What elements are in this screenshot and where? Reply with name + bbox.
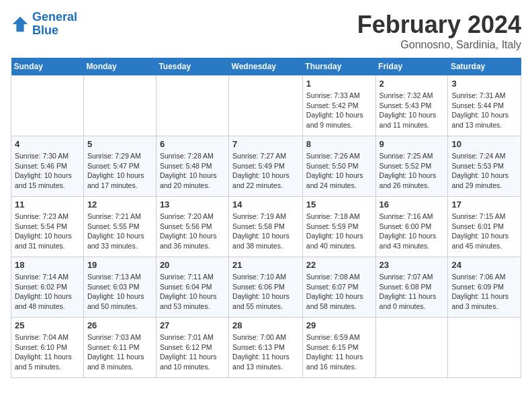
calendar-day-cell: 7Sunrise: 7:27 AM Sunset: 5:49 PM Daylig… [229, 136, 303, 197]
logo: GeneralBlue [11, 11, 77, 38]
day-number: 28 [232, 320, 299, 330]
calendar-day-cell: 3Sunrise: 7:31 AM Sunset: 5:44 PM Daylig… [448, 76, 521, 136]
weekday-header-cell: Friday [375, 58, 448, 76]
day-number: 10 [451, 139, 517, 149]
day-number: 27 [160, 320, 225, 330]
day-info: Sunrise: 7:14 AM Sunset: 6:02 PM Dayligh… [15, 272, 80, 312]
month-title: February 2024 [357, 11, 521, 39]
day-number: 7 [232, 139, 299, 149]
calendar-day-cell: 17Sunrise: 7:15 AM Sunset: 6:01 PM Dayli… [448, 197, 521, 257]
calendar-day-cell: 6Sunrise: 7:28 AM Sunset: 5:48 PM Daylig… [156, 136, 228, 197]
day-info: Sunrise: 7:00 AM Sunset: 6:13 PM Dayligh… [232, 332, 299, 372]
day-number: 11 [15, 199, 80, 210]
calendar-day-cell [375, 318, 448, 378]
location-title: Gonnosno, Sardinia, Italy [357, 39, 521, 51]
day-info: Sunrise: 7:31 AM Sunset: 5:44 PM Dayligh… [451, 91, 517, 130]
calendar-day-cell: 19Sunrise: 7:13 AM Sunset: 6:03 PM Dayli… [83, 257, 156, 318]
calendar-day-cell: 2Sunrise: 7:32 AM Sunset: 5:43 PM Daylig… [375, 76, 448, 136]
weekday-header-row: SundayMondayTuesdayWednesdayThursdayFrid… [11, 58, 521, 76]
day-number: 8 [306, 139, 372, 149]
weekday-header-cell: Saturday [448, 58, 521, 76]
weekday-header-cell: Tuesday [156, 58, 228, 76]
calendar-day-cell: 18Sunrise: 7:14 AM Sunset: 6:02 PM Dayli… [11, 257, 84, 318]
calendar-day-cell: 23Sunrise: 7:07 AM Sunset: 6:08 PM Dayli… [375, 257, 448, 318]
day-info: Sunrise: 7:30 AM Sunset: 5:46 PM Dayligh… [15, 151, 80, 191]
calendar-day-cell: 29Sunrise: 6:59 AM Sunset: 6:15 PM Dayli… [302, 318, 375, 378]
calendar-day-cell [229, 76, 303, 136]
day-info: Sunrise: 7:25 AM Sunset: 5:52 PM Dayligh… [380, 151, 445, 191]
day-number: 4 [15, 139, 80, 149]
day-number: 26 [87, 320, 152, 330]
calendar-body: 1Sunrise: 7:33 AM Sunset: 5:42 PM Daylig… [11, 76, 521, 378]
day-info: Sunrise: 6:59 AM Sunset: 6:15 PM Dayligh… [306, 332, 372, 372]
calendar-week-row: 18Sunrise: 7:14 AM Sunset: 6:02 PM Dayli… [11, 257, 521, 318]
calendar-day-cell: 27Sunrise: 7:01 AM Sunset: 6:12 PM Dayli… [156, 318, 228, 378]
calendar-day-cell: 26Sunrise: 7:03 AM Sunset: 6:11 PM Dayli… [83, 318, 156, 378]
day-number: 2 [380, 79, 445, 89]
day-number: 6 [160, 139, 225, 149]
weekday-header-cell: Wednesday [229, 58, 303, 76]
calendar-day-cell: 22Sunrise: 7:08 AM Sunset: 6:07 PM Dayli… [302, 257, 375, 318]
day-info: Sunrise: 7:33 AM Sunset: 5:42 PM Dayligh… [306, 91, 372, 130]
calendar-week-row: 25Sunrise: 7:04 AM Sunset: 6:10 PM Dayli… [11, 318, 521, 378]
calendar-day-cell [83, 76, 156, 136]
calendar-day-cell [156, 76, 228, 136]
calendar-day-cell [11, 76, 84, 136]
day-info: Sunrise: 7:32 AM Sunset: 5:43 PM Dayligh… [380, 91, 445, 130]
calendar-day-cell: 4Sunrise: 7:30 AM Sunset: 5:46 PM Daylig… [11, 136, 84, 197]
day-number: 3 [451, 79, 517, 89]
calendar-day-cell: 25Sunrise: 7:04 AM Sunset: 6:10 PM Dayli… [11, 318, 84, 378]
calendar-day-cell: 9Sunrise: 7:25 AM Sunset: 5:52 PM Daylig… [375, 136, 448, 197]
calendar-day-cell: 5Sunrise: 7:29 AM Sunset: 5:47 PM Daylig… [83, 136, 156, 197]
day-info: Sunrise: 7:10 AM Sunset: 6:06 PM Dayligh… [232, 272, 299, 312]
day-info: Sunrise: 7:28 AM Sunset: 5:48 PM Dayligh… [160, 151, 225, 191]
day-number: 14 [232, 199, 299, 210]
day-info: Sunrise: 7:16 AM Sunset: 6:00 PM Dayligh… [380, 212, 445, 251]
day-info: Sunrise: 7:24 AM Sunset: 5:53 PM Dayligh… [451, 151, 517, 191]
calendar-day-cell: 15Sunrise: 7:18 AM Sunset: 5:59 PM Dayli… [302, 197, 375, 257]
day-info: Sunrise: 7:20 AM Sunset: 5:56 PM Dayligh… [160, 212, 225, 251]
title-area: February 2024 Gonnosno, Sardinia, Italy [357, 11, 521, 51]
day-number: 1 [306, 79, 372, 89]
calendar-day-cell: 11Sunrise: 7:23 AM Sunset: 5:54 PM Dayli… [11, 197, 84, 257]
day-number: 22 [306, 260, 372, 270]
day-number: 20 [160, 260, 225, 270]
day-info: Sunrise: 7:29 AM Sunset: 5:47 PM Dayligh… [87, 151, 152, 191]
day-number: 19 [87, 260, 152, 270]
day-info: Sunrise: 7:15 AM Sunset: 6:01 PM Dayligh… [451, 212, 517, 251]
calendar-day-cell: 10Sunrise: 7:24 AM Sunset: 5:53 PM Dayli… [448, 136, 521, 197]
calendar-week-row: 1Sunrise: 7:33 AM Sunset: 5:42 PM Daylig… [11, 76, 521, 136]
calendar-day-cell: 13Sunrise: 7:20 AM Sunset: 5:56 PM Dayli… [156, 197, 228, 257]
day-number: 25 [15, 320, 80, 330]
calendar-day-cell: 28Sunrise: 7:00 AM Sunset: 6:13 PM Dayli… [229, 318, 303, 378]
day-number: 21 [232, 260, 299, 270]
weekday-header-cell: Monday [83, 58, 156, 76]
calendar-day-cell: 1Sunrise: 7:33 AM Sunset: 5:42 PM Daylig… [302, 76, 375, 136]
day-info: Sunrise: 7:11 AM Sunset: 6:04 PM Dayligh… [160, 272, 225, 312]
logo-icon [11, 15, 30, 34]
calendar-day-cell [448, 318, 521, 378]
day-number: 15 [306, 199, 372, 210]
day-info: Sunrise: 7:04 AM Sunset: 6:10 PM Dayligh… [15, 332, 80, 372]
day-number: 23 [380, 260, 445, 270]
day-number: 9 [380, 139, 445, 149]
calendar-table: SundayMondayTuesdayWednesdayThursdayFrid… [11, 58, 521, 378]
day-info: Sunrise: 7:18 AM Sunset: 5:59 PM Dayligh… [306, 212, 372, 251]
day-info: Sunrise: 7:13 AM Sunset: 6:03 PM Dayligh… [87, 272, 152, 312]
day-number: 5 [87, 139, 152, 149]
day-info: Sunrise: 7:01 AM Sunset: 6:12 PM Dayligh… [160, 332, 225, 372]
calendar-day-cell: 12Sunrise: 7:21 AM Sunset: 5:55 PM Dayli… [83, 197, 156, 257]
logo-text: GeneralBlue [32, 11, 77, 38]
day-number: 29 [306, 320, 372, 330]
calendar-day-cell: 20Sunrise: 7:11 AM Sunset: 6:04 PM Dayli… [156, 257, 228, 318]
calendar-day-cell: 21Sunrise: 7:10 AM Sunset: 6:06 PM Dayli… [229, 257, 303, 318]
day-info: Sunrise: 7:27 AM Sunset: 5:49 PM Dayligh… [232, 151, 299, 191]
day-number: 17 [451, 199, 517, 210]
day-info: Sunrise: 7:23 AM Sunset: 5:54 PM Dayligh… [15, 212, 80, 251]
day-number: 24 [451, 260, 517, 270]
day-number: 18 [15, 260, 80, 270]
calendar-day-cell: 24Sunrise: 7:06 AM Sunset: 6:09 PM Dayli… [448, 257, 521, 318]
page-header: GeneralBlue February 2024 Gonnosno, Sard… [11, 11, 521, 51]
svg-marker-0 [13, 17, 28, 32]
day-info: Sunrise: 7:08 AM Sunset: 6:07 PM Dayligh… [306, 272, 372, 312]
